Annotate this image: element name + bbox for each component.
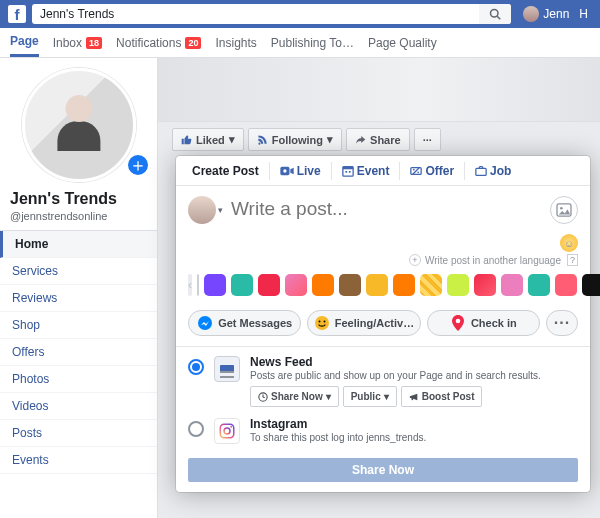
svg-point-0 — [491, 10, 499, 18]
post-input[interactable] — [231, 196, 542, 222]
composer-avatar[interactable] — [188, 196, 216, 224]
bg-swatch[interactable] — [501, 274, 523, 296]
feeling-icon — [314, 315, 330, 331]
boost-post-button[interactable]: Boost Post — [401, 386, 483, 407]
more-attach-button[interactable]: ··· — [546, 310, 578, 336]
bg-swatch[interactable] — [285, 274, 307, 296]
tab-publishing[interactable]: Publishing To… — [271, 28, 354, 57]
user-chip[interactable]: Jenn — [517, 6, 575, 22]
like-icon — [181, 134, 192, 145]
rss-icon — [257, 134, 268, 145]
chevron-down-icon: ▾ — [326, 391, 331, 402]
newsfeed-title: News Feed — [250, 355, 578, 369]
clock-icon — [258, 392, 268, 402]
check-in-button[interactable]: Check in — [427, 310, 540, 336]
sidebar-item-offers[interactable]: Offers — [0, 339, 157, 366]
emoji-button[interactable]: ☺ — [560, 234, 578, 252]
bg-swatch[interactable] — [555, 274, 577, 296]
offer-icon — [410, 165, 422, 177]
language-help[interactable]: ? — [567, 254, 578, 266]
tab-quality[interactable]: Page Quality — [368, 28, 437, 57]
swatch-prev[interactable]: ‹ — [188, 274, 192, 296]
write-another-language[interactable]: + Write post in another language — [409, 254, 561, 266]
briefcase-icon — [475, 165, 487, 177]
newsfeed-radio[interactable] — [188, 359, 204, 375]
composer-tab-event[interactable]: Event — [336, 164, 396, 178]
bg-swatch[interactable] — [339, 274, 361, 296]
share-timing-button[interactable]: Share Now▾ — [250, 386, 339, 407]
bg-swatch[interactable] — [393, 274, 415, 296]
composer-tab-offer[interactable]: Offer — [404, 164, 460, 178]
sidebar-item-events[interactable]: Events — [0, 447, 157, 474]
tab-inbox[interactable]: Inbox18 — [53, 28, 102, 57]
liked-button[interactable]: Liked▾ — [172, 128, 244, 151]
svg-line-1 — [498, 16, 501, 19]
more-button[interactable]: ··· — [414, 128, 441, 151]
get-messages-button[interactable]: Get Messages — [188, 310, 301, 336]
add-button[interactable]: ＋ — [125, 152, 151, 178]
avatar-chevron-icon[interactable]: ▾ — [218, 205, 223, 215]
bg-swatch[interactable] — [312, 274, 334, 296]
svg-rect-6 — [345, 171, 347, 173]
tab-page[interactable]: Page — [10, 28, 39, 57]
feeling-activity-button[interactable]: Feeling/Activ… — [307, 310, 420, 336]
chevron-down-icon: ▾ — [327, 133, 333, 146]
sidebar-item-videos[interactable]: Videos — [0, 393, 157, 420]
bg-swatch[interactable] — [582, 274, 600, 296]
svg-rect-12 — [476, 168, 486, 175]
bg-swatch[interactable] — [447, 274, 469, 296]
sidebar: ＋ Jenn's Trends @jennstrendsonline HomeS… — [0, 58, 158, 518]
bg-swatch[interactable] — [231, 274, 253, 296]
share-button[interactable]: Share — [346, 128, 410, 151]
instagram-radio[interactable] — [188, 421, 204, 437]
svg-point-14 — [560, 207, 563, 210]
svg-rect-5 — [343, 166, 353, 169]
svg-point-18 — [323, 321, 325, 323]
facebook-logo[interactable]: f — [8, 5, 26, 23]
sidebar-item-home[interactable]: Home — [0, 231, 157, 258]
bg-swatch[interactable] — [420, 274, 442, 296]
chevron-down-icon: ▾ — [384, 391, 389, 402]
profile-picture[interactable] — [22, 68, 136, 182]
instagram-subtitle: To share this post log into jenns_trends… — [250, 432, 578, 443]
chevron-down-icon: ▾ — [229, 133, 235, 146]
bg-swatch[interactable] — [474, 274, 496, 296]
plus-icon: + — [409, 254, 421, 266]
messenger-icon — [197, 315, 213, 331]
swatch-none[interactable] — [197, 274, 199, 296]
live-icon — [280, 166, 294, 176]
audience-button[interactable]: Public▾ — [343, 386, 397, 407]
share-now-button[interactable]: Share Now — [188, 458, 578, 482]
svg-rect-7 — [349, 171, 351, 173]
following-button[interactable]: Following▾ — [248, 128, 342, 151]
bg-swatch[interactable] — [528, 274, 550, 296]
tab-notifications[interactable]: Notifications20 — [116, 28, 201, 57]
bg-swatch[interactable] — [366, 274, 388, 296]
calendar-icon — [342, 165, 354, 177]
newsfeed-icon — [214, 356, 240, 382]
sidebar-item-shop[interactable]: Shop — [0, 312, 157, 339]
svg-point-19 — [456, 319, 461, 324]
composer-tab-job[interactable]: Job — [469, 164, 517, 178]
cover-photo[interactable] — [158, 58, 600, 122]
composer-tab-live[interactable]: Live — [274, 164, 327, 178]
topbar-more[interactable]: H — [575, 7, 592, 21]
avatar — [523, 6, 539, 22]
bg-swatch[interactable] — [258, 274, 280, 296]
add-photo-button[interactable] — [550, 196, 578, 224]
sidebar-item-posts[interactable]: Posts — [0, 420, 157, 447]
page-handle: @jennstrendsonline — [0, 210, 157, 230]
sidebar-item-photos[interactable]: Photos — [0, 366, 157, 393]
sidebar-item-services[interactable]: Services — [0, 258, 157, 285]
bg-swatch[interactable] — [204, 274, 226, 296]
search-button[interactable] — [479, 4, 511, 24]
sidebar-item-reviews[interactable]: Reviews — [0, 285, 157, 312]
svg-point-22 — [224, 428, 230, 434]
tab-insights[interactable]: Insights — [215, 28, 256, 57]
page-title: Jenn's Trends — [0, 182, 157, 210]
svg-point-23 — [230, 426, 232, 428]
search-input[interactable] — [32, 7, 479, 21]
composer-tab-create[interactable]: Create Post — [186, 164, 265, 178]
topbar: f Jenn H — [0, 0, 600, 28]
notifications-badge: 20 — [185, 37, 201, 49]
